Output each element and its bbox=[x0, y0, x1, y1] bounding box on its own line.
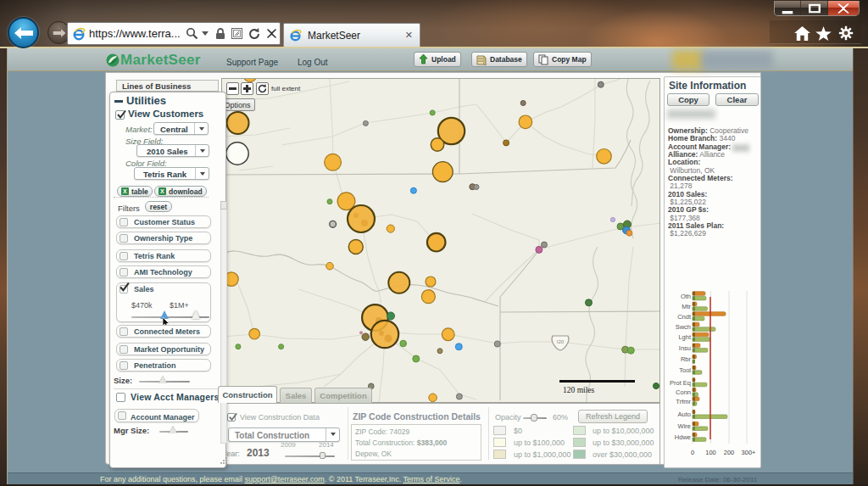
svg-text:100: 100 bbox=[705, 449, 716, 456]
svg-text:Mtr: Mtr bbox=[682, 303, 691, 310]
svg-text:Trfmr: Trfmr bbox=[676, 398, 691, 405]
svg-text:Rbr: Rbr bbox=[681, 355, 692, 363]
svg-text:Oth: Oth bbox=[681, 293, 691, 300]
svg-text:I20: I20 bbox=[557, 339, 565, 344]
svg-text:Lght: Lght bbox=[678, 333, 692, 341]
svg-text:200: 200 bbox=[724, 449, 735, 456]
svg-text:Swch: Swch bbox=[676, 323, 691, 331]
svg-text:Wire: Wire bbox=[678, 422, 691, 430]
svg-text:Auto: Auto bbox=[678, 411, 691, 418]
svg-text:Insu: Insu bbox=[679, 344, 691, 352]
svg-text:Prot Eq: Prot Eq bbox=[670, 379, 691, 387]
svg-text:0: 0 bbox=[691, 449, 694, 456]
svg-text:Cndt: Cndt bbox=[677, 313, 692, 321]
svg-text:Conn: Conn bbox=[676, 388, 691, 396]
svg-text:Hdwe: Hdwe bbox=[675, 433, 691, 441]
svg-text:Tool: Tool bbox=[679, 366, 691, 374]
svg-text:300+: 300+ bbox=[742, 449, 757, 456]
